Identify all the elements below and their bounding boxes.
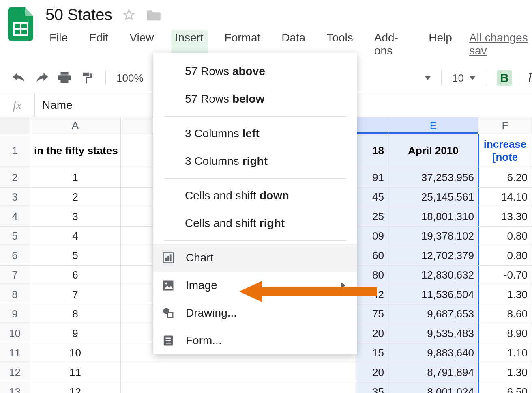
menu-addons[interactable]: Add-ons xyxy=(370,30,412,59)
cell-A2[interactable]: 1 xyxy=(30,168,121,188)
bold-button[interactable]: B xyxy=(497,70,512,86)
cell-E11[interactable]: 9,883,640 xyxy=(388,343,478,363)
col-header-D-partial[interactable] xyxy=(356,117,388,134)
cell-D9[interactable]: 75 xyxy=(356,304,388,324)
row-header-2[interactable]: 2 xyxy=(0,168,30,188)
toolbar-separator xyxy=(105,70,106,86)
menu-file[interactable]: File xyxy=(45,30,72,59)
cell-A1[interactable]: in the fifty states in sta xyxy=(30,134,121,168)
cell-F6[interactable]: 0.80 xyxy=(478,246,532,266)
insert-form[interactable]: Form... xyxy=(153,327,357,354)
cell-E1[interactable]: April 2010 xyxy=(388,134,478,168)
cell-D13[interactable]: 35 xyxy=(356,382,388,393)
cell-E4[interactable]: 18,801,310 xyxy=(388,207,478,227)
cell-A4[interactable]: 3 xyxy=(30,207,121,227)
cell-A5[interactable]: 4 xyxy=(30,227,121,246)
insert-cols-right[interactable]: 3 Columns right xyxy=(153,147,357,175)
cell-E13[interactable]: 8,001,024 xyxy=(388,382,478,393)
italic-button[interactable]: I xyxy=(519,70,532,86)
insert-chart[interactable]: Chart xyxy=(153,244,357,272)
row-header-10[interactable]: 10 xyxy=(0,324,30,343)
undo-icon[interactable] xyxy=(11,70,27,86)
cell-D11[interactable]: 15 xyxy=(356,343,388,363)
cell-F1[interactable]: increase [note xyxy=(478,134,532,168)
row-header-12[interactable]: 12 xyxy=(0,363,30,382)
cell-F13[interactable]: 6.50 xyxy=(478,382,532,393)
chart-icon xyxy=(161,252,176,264)
cell-E3[interactable]: 25,145,561 xyxy=(388,188,478,207)
cell-F7[interactable]: -0.70 xyxy=(478,266,532,285)
cell-E8[interactable]: 11,536,504 xyxy=(388,285,478,304)
cell-D6[interactable]: 60 xyxy=(356,246,388,266)
zoom-level[interactable]: 100% xyxy=(116,72,144,84)
formula-input[interactable]: Name xyxy=(35,99,73,112)
star-icon[interactable] xyxy=(122,8,136,22)
sheets-logo[interactable] xyxy=(8,7,33,41)
cell-A12[interactable]: 11 xyxy=(30,363,121,382)
cell-E6[interactable]: 12,702,379 xyxy=(388,246,478,266)
svg-rect-4 xyxy=(165,258,167,261)
cell-F5[interactable]: 0.80 xyxy=(478,227,532,246)
move-folder-icon[interactable] xyxy=(146,8,162,22)
col-header-A[interactable]: A xyxy=(30,117,121,134)
cell-E10[interactable]: 9,535,483 xyxy=(388,324,478,343)
cell-E9[interactable]: 9,687,653 xyxy=(388,304,478,324)
cell-F3[interactable]: 14.10 xyxy=(478,188,532,207)
row-header-13[interactable]: 13 xyxy=(0,382,30,393)
insert-cells-right[interactable]: Cells and shift right xyxy=(153,209,357,237)
cell-D5[interactable]: 09 xyxy=(356,227,388,246)
cell-F4[interactable]: 13.30 xyxy=(478,207,532,227)
col-header-F[interactable]: F xyxy=(478,117,532,134)
cell-D3[interactable]: 45 xyxy=(356,188,388,207)
cell-F2[interactable]: 6.20 xyxy=(478,168,532,188)
font-size-select[interactable]: 10 xyxy=(452,72,475,84)
insert-rows-above[interactable]: 57 Rows above xyxy=(153,58,357,85)
cell-A8[interactable]: 7 xyxy=(30,285,121,304)
print-icon[interactable] xyxy=(57,70,72,86)
document-title[interactable]: 50 States xyxy=(45,6,112,24)
cell-D10[interactable]: 20 xyxy=(356,324,388,343)
insert-cols-left[interactable]: 3 Columns left xyxy=(153,120,357,147)
cell-F10[interactable]: 8.90 xyxy=(478,324,532,343)
fx-icon[interactable]: fx xyxy=(0,93,35,117)
cell-A13[interactable]: 12 xyxy=(30,382,121,393)
menu-edit[interactable]: Edit xyxy=(85,30,112,59)
cell-A3[interactable]: 2 xyxy=(30,188,121,207)
row-header-7[interactable]: 7 xyxy=(0,266,30,285)
row-header-3[interactable]: 3 xyxy=(0,188,30,207)
row-header-1[interactable]: 1 xyxy=(0,134,30,168)
row-header-4[interactable]: 4 xyxy=(0,207,30,227)
row-header-11[interactable]: 11 xyxy=(0,343,30,363)
cell-E5[interactable]: 19,378,102 xyxy=(388,227,478,246)
insert-cells-down[interactable]: Cells and shift down xyxy=(153,182,357,209)
cell-A10[interactable]: 9 xyxy=(30,324,121,343)
cell-A6[interactable]: 5 xyxy=(30,246,121,266)
cell-E7[interactable]: 12,830,632 xyxy=(388,266,478,285)
row-header-8[interactable]: 8 xyxy=(0,285,30,304)
cell-D4[interactable]: 25 xyxy=(356,207,388,227)
cell-A11[interactable]: 10 xyxy=(30,343,121,363)
insert-rows-below[interactable]: 57 Rows below xyxy=(153,85,357,113)
row-header-5[interactable]: 5 xyxy=(0,227,30,246)
cell-D1[interactable]: 18 xyxy=(356,134,388,168)
redo-icon[interactable] xyxy=(34,70,49,86)
cell-D2[interactable]: 91 xyxy=(356,168,388,188)
dd-text: 3 Columns xyxy=(185,155,239,168)
cell-D12[interactable]: 20 xyxy=(356,363,388,382)
cell-E2[interactable]: 37,253,956 xyxy=(388,168,478,188)
save-status[interactable]: All changes sav xyxy=(469,30,532,59)
cell-F8[interactable]: 1.30 xyxy=(478,285,532,304)
cell-F12[interactable]: 1.30 xyxy=(478,363,532,382)
cell-E12[interactable]: 8,791,894 xyxy=(388,363,478,382)
dropdown-caret-icon[interactable] xyxy=(425,76,431,80)
row-header-9[interactable]: 9 xyxy=(0,304,30,324)
paint-format-icon[interactable] xyxy=(79,70,95,86)
cell-A9[interactable]: 8 xyxy=(30,304,121,324)
cell-A7[interactable]: 6 xyxy=(30,266,121,285)
cell-F11[interactable]: 1.10 xyxy=(478,343,532,363)
cell-F9[interactable]: 8.60 xyxy=(478,304,532,324)
row-header-6[interactable]: 6 xyxy=(0,246,30,266)
col-header-E[interactable]: E xyxy=(388,117,478,134)
select-all-corner[interactable] xyxy=(0,117,30,134)
menu-help[interactable]: Help xyxy=(425,30,456,59)
